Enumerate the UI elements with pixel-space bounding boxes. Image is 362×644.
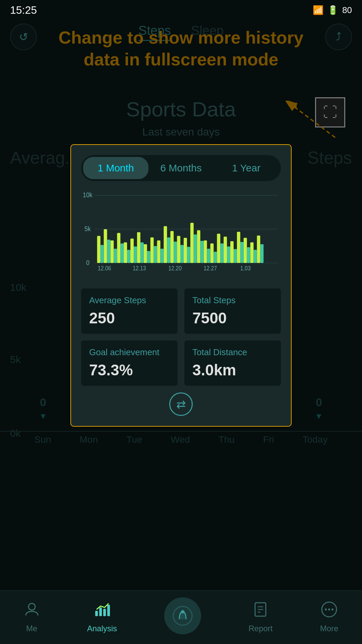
svg-rect-13 [124, 242, 127, 263]
nav-me[interactable]: Me [24, 601, 40, 633]
svg-rect-9 [97, 236, 101, 263]
svg-rect-15 [137, 232, 140, 263]
stat-label-goal: Goal achievement [89, 347, 170, 358]
stat-value-dist: 3.0km [192, 361, 273, 379]
svg-rect-40 [140, 242, 144, 263]
battery-icon: 🔋 [327, 5, 338, 15]
svg-text:12.06: 12.06 [98, 265, 111, 272]
svg-text:5k: 5k [84, 225, 91, 232]
svg-rect-51 [214, 252, 217, 263]
center-icon [164, 597, 201, 634]
status-icons: 📶 🔋 80 [313, 5, 352, 15]
svg-text:0: 0 [86, 259, 89, 266]
svg-rect-66 [99, 607, 102, 616]
svg-rect-35 [107, 240, 110, 263]
stat-label-avg: Average Steps [89, 295, 170, 306]
report-icon [252, 601, 268, 621]
stat-distance: Total Distance 3.0km [184, 340, 281, 386]
period-1month[interactable]: 1 Month [83, 157, 148, 179]
svg-rect-54 [234, 249, 237, 263]
svg-rect-58 [260, 244, 263, 263]
nav-report[interactable]: Report [248, 601, 273, 633]
svg-rect-19 [164, 226, 167, 263]
svg-rect-50 [207, 249, 210, 263]
svg-rect-49 [200, 241, 204, 263]
signal-icon: 📶 [313, 5, 323, 15]
me-icon [24, 601, 40, 621]
svg-rect-23 [190, 223, 194, 263]
stat-label-dist: Total Distance [192, 347, 273, 358]
status-bar: 15:25 📶 🔋 80 [0, 0, 362, 20]
svg-rect-37 [120, 244, 124, 263]
svg-rect-12 [117, 233, 120, 263]
svg-text:12.13: 12.13 [133, 265, 146, 272]
svg-rect-11 [110, 240, 114, 263]
bar-chart: 10k 5k 0 [81, 188, 281, 282]
svg-text:12.20: 12.20 [168, 265, 182, 272]
svg-point-64 [28, 603, 35, 610]
svg-rect-20 [170, 231, 174, 263]
svg-rect-46 [180, 245, 184, 263]
svg-rect-22 [184, 238, 187, 263]
svg-point-76 [325, 608, 327, 610]
svg-text:12.27: 12.27 [204, 265, 217, 272]
svg-rect-26 [210, 244, 214, 263]
stat-total-steps: Total Steps 7500 [184, 288, 281, 334]
export-icon: ⇄ [176, 397, 186, 411]
svg-rect-67 [103, 609, 106, 616]
svg-rect-65 [95, 611, 98, 616]
svg-rect-38 [127, 250, 130, 263]
stat-value-avg: 250 [89, 309, 170, 327]
period-1year[interactable]: 1 Year [214, 157, 279, 179]
nav-me-label: Me [26, 624, 37, 633]
bottom-nav: Me Analysis [0, 590, 362, 644]
period-6months[interactable]: 6 Months [148, 157, 214, 179]
svg-rect-53 [227, 247, 230, 263]
svg-rect-45 [174, 241, 177, 263]
svg-rect-30 [237, 232, 240, 263]
stat-label-total: Total Steps [192, 295, 273, 306]
svg-rect-55 [240, 242, 244, 263]
svg-point-78 [331, 608, 334, 610]
nav-more[interactable]: More [320, 601, 339, 633]
analysis-icon [94, 601, 110, 621]
svg-rect-25 [204, 240, 207, 263]
svg-rect-48 [194, 234, 197, 263]
svg-rect-32 [250, 242, 254, 263]
period-selector: 1 Month 6 Months 1 Year [81, 155, 281, 181]
stat-value-total: 7500 [192, 309, 273, 327]
status-time: 15:25 [10, 4, 37, 16]
svg-rect-44 [167, 237, 170, 263]
svg-rect-41 [147, 251, 150, 263]
svg-rect-18 [157, 240, 160, 263]
svg-rect-17 [150, 237, 154, 263]
battery-value: 80 [342, 5, 352, 15]
svg-rect-57 [254, 250, 257, 263]
svg-text:1.03: 1.03 [240, 265, 251, 272]
svg-rect-21 [177, 236, 180, 263]
more-icon [321, 601, 337, 621]
svg-rect-27 [217, 234, 220, 263]
chart-area: 10k 5k 0 [81, 188, 281, 282]
nav-more-label: More [320, 624, 339, 633]
svg-point-70 [181, 610, 184, 613]
stats-grid: Average Steps 250 Total Steps 7500 Goal … [81, 288, 281, 386]
svg-rect-42 [154, 246, 157, 263]
svg-rect-36 [114, 249, 117, 263]
svg-rect-33 [257, 235, 260, 263]
svg-rect-24 [197, 230, 200, 263]
svg-rect-29 [230, 241, 234, 263]
svg-rect-52 [220, 244, 224, 263]
svg-rect-39 [134, 247, 137, 263]
nav-report-label: Report [248, 624, 273, 633]
svg-rect-43 [160, 249, 164, 263]
nav-analysis[interactable]: Analysis [87, 601, 117, 633]
export-section: ⇄ [81, 392, 281, 416]
svg-rect-31 [244, 238, 247, 263]
nav-analysis-label: Analysis [87, 624, 117, 633]
svg-rect-28 [224, 237, 227, 263]
export-button[interactable]: ⇄ [169, 392, 193, 416]
svg-rect-16 [144, 244, 147, 263]
svg-rect-68 [107, 605, 110, 616]
nav-center[interactable] [164, 597, 201, 638]
